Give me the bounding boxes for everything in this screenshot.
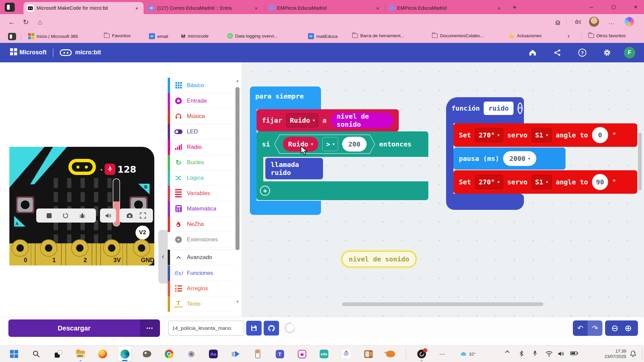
toolbox-category-variables[interactable]: Variables — [168, 186, 235, 201]
toolbox-category-funciones[interactable]: f(x) Funciones — [168, 265, 235, 281]
toolbox-category-bucles[interactable]: ↻ Bucles — [168, 155, 235, 170]
pin-2[interactable] — [71, 239, 89, 257]
bookmark-favoritos[interactable]: Favoritos — [104, 33, 131, 38]
bookmark-microcode[interactable]: M microcode — [181, 33, 209, 39]
button-a[interactable] — [16, 196, 34, 213]
bookmark-documentos[interactable]: DocumentosColabo... — [432, 33, 484, 38]
armadillo-app-icon[interactable] — [384, 347, 397, 361]
battery-icon[interactable] — [570, 351, 578, 356]
tab-close-icon[interactable]: × — [374, 5, 381, 11]
user-avatar[interactable]: F — [624, 47, 635, 58]
forever-block[interactable]: para siempre fijar Ruido▾ a nivel de son… — [250, 86, 428, 215]
fullscreen-icon[interactable] — [140, 213, 146, 219]
help-icon[interactable]: ? — [576, 46, 589, 59]
file-explorer-icon[interactable] — [74, 347, 87, 361]
pause-value-dropdown[interactable]: 2000▾ — [503, 151, 536, 166]
bluetooth-icon[interactable] — [519, 350, 524, 357]
condition-hexagon[interactable]: Ruido▾ >▾ 200 — [274, 134, 375, 154]
video-editor-icon[interactable] — [362, 347, 375, 361]
tab-workspaces-button[interactable] — [5, 3, 15, 12]
camera-icon[interactable] — [126, 213, 133, 218]
favorites-bar-icon[interactable] — [572, 16, 584, 28]
volume-tray-icon[interactable] — [557, 351, 564, 357]
show-desktop-sliver[interactable] — [642, 348, 642, 360]
phone-link-icon[interactable] — [251, 347, 264, 361]
pause-block[interactable]: pausa (ms) 2000▾ — [453, 147, 566, 170]
teams-icon[interactable]: T — [273, 347, 286, 361]
collapse-function-icon[interactable] — [518, 103, 523, 114]
start-button[interactable] — [7, 347, 21, 361]
blocks-workspace[interactable]: para siempre fijar Ruido▾ a nivel de son… — [242, 62, 644, 317]
toolbox-category-entrada[interactable]: Entrada — [168, 93, 235, 109]
extensions-puzzle-icon[interactable] — [552, 16, 564, 28]
set-variable-block[interactable]: fijar Ruido▾ a nivel de sonido — [257, 109, 399, 131]
chrome-icon[interactable] — [162, 347, 176, 361]
bookmark-datalogging[interactable]: Data logging overvi... — [227, 33, 278, 39]
window-restore-button[interactable] — [606, 0, 621, 14]
operator-dropdown[interactable]: >▾ — [322, 137, 338, 151]
project-name-input[interactable]: 14_policia_levanta_mano. — [168, 321, 244, 336]
toolbox-scroll-up[interactable]: ▲ — [235, 78, 240, 83]
toolbox-scrollbar-thumb[interactable] — [235, 87, 239, 250]
search-icon[interactable] — [30, 347, 43, 361]
back-button[interactable]: ← — [6, 16, 17, 28]
bookmarks-overflow-chevron[interactable]: › — [568, 33, 570, 40]
pin-1[interactable] — [40, 239, 57, 257]
share-icon[interactable] — [551, 46, 564, 59]
call-function-block[interactable]: llamada ruido — [265, 158, 323, 179]
bookmark-maileduca[interactable]: ✉ mailEduca — [308, 33, 337, 39]
task-view-icon[interactable] — [52, 347, 65, 361]
pin-3v[interactable] — [103, 239, 120, 257]
if-block[interactable]: si Ruido▾ >▾ 200 entonces llamada ru — [257, 131, 428, 200]
clock-widget[interactable]: 17:39 23/07/2025 — [591, 349, 626, 359]
wifi-icon[interactable] — [545, 351, 553, 357]
new-tab-button[interactable]: + — [510, 3, 519, 12]
servo-set-block-up[interactable]: Set 270°▾ servo S1▾ angle to 0 ° — [453, 123, 637, 147]
microbit-logo-oval[interactable] — [68, 159, 96, 175]
bookmark-microsoft365[interactable]: Inicio | Microsoft 365 — [28, 33, 78, 39]
tab-empieza-2[interactable]: EMPieza EducaMadrid × — [386, 2, 506, 14]
pin-gnd[interactable] — [133, 239, 150, 257]
workspace-hscrollbar[interactable] — [342, 302, 543, 306]
makecode-app-icon[interactable] — [295, 347, 309, 361]
toolbox-category-radio[interactable]: Radio — [168, 139, 235, 155]
tab-empieza-1[interactable]: EMPieza EducaMadrid × — [266, 2, 384, 14]
bookmark-actuaciones[interactable]: Actuaciones — [508, 33, 542, 38]
home-icon[interactable] — [526, 46, 539, 59]
zoom-in-button[interactable]: ⊕ — [625, 323, 632, 334]
forever-label-row[interactable]: para siempre — [250, 86, 321, 106]
tab-close-icon[interactable]: × — [496, 5, 502, 11]
toolbox-category-logica[interactable]: Lógica — [168, 170, 235, 186]
download-button[interactable]: Descargar — [8, 319, 140, 337]
download-more-button[interactable]: ••• — [140, 319, 160, 337]
workspace-vscrollbar[interactable] — [638, 133, 642, 190]
toolbox-category-arreglos[interactable]: Arreglos — [168, 281, 235, 296]
save-button[interactable] — [246, 321, 262, 336]
sidebar-icon[interactable] — [8, 33, 16, 40]
debug-bug-icon[interactable] — [79, 213, 86, 219]
toolbox-category-musica[interactable]: Música — [168, 109, 235, 124]
obs-icon[interactable] — [415, 347, 428, 361]
github-button[interactable] — [264, 321, 279, 336]
function-header[interactable]: función ruido — [446, 97, 524, 119]
tab-makecode[interactable]: Microsoft MakeCode for micro:bit × — [23, 2, 144, 14]
edge-icon-active[interactable] — [118, 347, 131, 361]
servo-degrees-dropdown[interactable]: 270°▾ — [475, 175, 503, 189]
firefox-icon[interactable] — [96, 347, 109, 361]
tray-chevron-up[interactable] — [506, 351, 509, 354]
audition-icon[interactable]: Au — [207, 347, 220, 361]
gimp-icon[interactable] — [140, 347, 154, 361]
dove-app-icon[interactable] — [339, 347, 353, 361]
toolbox-advanced-toggle[interactable]: Avanzado — [168, 250, 235, 265]
tab-close-icon[interactable]: × — [253, 5, 260, 11]
clipchamp-icon[interactable] — [229, 347, 242, 361]
refresh-button[interactable]: ↻ — [20, 16, 32, 28]
settings-gear-icon[interactable] — [184, 347, 198, 361]
educamadrid-icon[interactable]: edu — [317, 347, 331, 361]
toolbox-category-texto[interactable]: T Texto — [168, 296, 235, 312]
threshold-value[interactable]: 200 — [342, 137, 366, 152]
toolbox-category-basico[interactable]: Básico — [168, 78, 235, 93]
pin-0[interactable] — [11, 239, 29, 257]
stop-icon[interactable] — [47, 213, 52, 218]
variable-dropdown[interactable]: Ruido▾ — [286, 113, 318, 127]
